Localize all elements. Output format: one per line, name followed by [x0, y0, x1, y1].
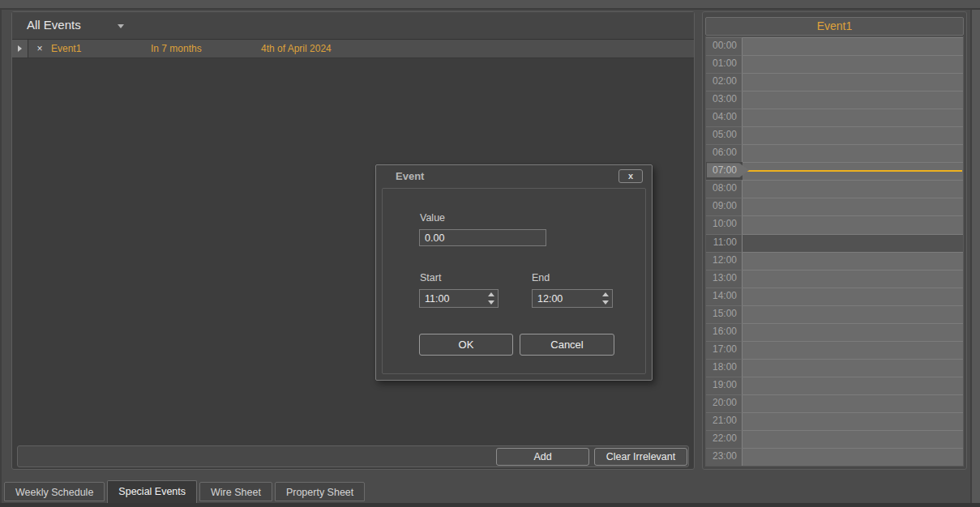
- schedule-row[interactable]: 05:00: [706, 126, 963, 144]
- tab-special-events[interactable]: Special Events: [107, 480, 197, 503]
- hour-cell[interactable]: [742, 430, 963, 448]
- schedule-row[interactable]: 20:00: [706, 394, 963, 412]
- window-bottom-bar: [0, 503, 980, 507]
- schedule-grid: 00:0001:0002:0003:0004:0005:0006:0007:00…: [705, 36, 964, 467]
- hour-label: 10:00: [706, 215, 742, 233]
- hour-cell[interactable]: [742, 91, 963, 109]
- schedule-row[interactable]: 02:00: [706, 73, 963, 91]
- end-time-input[interactable]: [532, 289, 613, 308]
- hour-cell[interactable]: [742, 288, 963, 305]
- spinner-down-icon[interactable]: [602, 300, 609, 305]
- hour-cell[interactable]: [742, 126, 963, 144]
- schedule-row[interactable]: 08:00: [706, 180, 963, 198]
- close-button[interactable]: x: [618, 169, 643, 183]
- schedule-row[interactable]: 00:00: [706, 37, 963, 55]
- start-time-input[interactable]: [419, 289, 499, 308]
- schedule-title-label: Event1: [817, 19, 853, 32]
- schedule-row[interactable]: 21:00: [706, 412, 963, 430]
- schedule-row[interactable]: 03:00: [706, 91, 963, 109]
- hour-cell[interactable]: [742, 180, 963, 198]
- hour-label: 12:00: [706, 252, 742, 270]
- start-label: Start: [420, 272, 441, 283]
- schedule-row[interactable]: 16:00: [706, 323, 963, 341]
- close-icon: x: [628, 171, 633, 181]
- hour-label: 20:00: [706, 394, 742, 412]
- scrollbar[interactable]: [970, 10, 980, 507]
- hour-cell[interactable]: [742, 305, 963, 323]
- hour-label: 21:00: [706, 412, 742, 430]
- event-name: Event1: [51, 40, 151, 58]
- spinner-up-icon[interactable]: [488, 292, 494, 296]
- cancel-button[interactable]: Cancel: [520, 334, 614, 356]
- hour-cell[interactable]: [742, 73, 963, 91]
- ok-button[interactable]: OK: [419, 334, 513, 356]
- value-label: Value: [420, 212, 445, 224]
- hour-cell[interactable]: [742, 341, 963, 359]
- event-list-footer: Add Clear Irrelevant: [17, 445, 689, 467]
- events-filter-dropdown[interactable]: All Events: [12, 12, 694, 40]
- start-time-field[interactable]: [420, 290, 485, 307]
- hour-cell[interactable]: [742, 234, 963, 252]
- hour-label: 01:00: [706, 55, 742, 73]
- clear-irrelevant-button[interactable]: Clear Irrelevant: [594, 448, 687, 466]
- spinner-down-icon[interactable]: [488, 300, 494, 305]
- spinner-up-icon[interactable]: [602, 292, 609, 296]
- hour-cell[interactable]: [742, 412, 963, 430]
- schedule-row[interactable]: 13:00: [706, 270, 963, 288]
- schedule-row[interactable]: 12:00: [706, 252, 963, 270]
- schedule-row[interactable]: 04:00: [706, 109, 963, 126]
- add-button[interactable]: Add: [496, 448, 589, 466]
- hour-label: 04:00: [706, 109, 742, 126]
- delete-icon[interactable]: ×: [28, 40, 51, 58]
- tab-wire-sheet[interactable]: Wire Sheet: [199, 482, 272, 501]
- end-time-spinner[interactable]: [599, 290, 612, 307]
- current-time-line: [743, 170, 962, 172]
- hour-cell[interactable]: [742, 359, 963, 377]
- hour-cell[interactable]: [742, 198, 963, 215]
- events-filter-label: All Events: [27, 18, 81, 32]
- schedule-row[interactable]: 19:00: [706, 377, 963, 394]
- hour-cell[interactable]: [742, 144, 963, 162]
- hour-label: 18:00: [706, 359, 742, 377]
- schedule-row[interactable]: 11:00: [706, 234, 963, 252]
- expand-button[interactable]: [12, 40, 28, 58]
- dialog-title: Event: [396, 170, 424, 182]
- end-time-field[interactable]: [533, 290, 599, 307]
- hour-cell[interactable]: [742, 37, 963, 55]
- hour-label: 23:00: [706, 448, 742, 466]
- view-tabbar: Weekly ScheduleSpecial EventsWire SheetP…: [0, 479, 980, 504]
- schedule-row[interactable]: 06:00: [706, 144, 963, 162]
- schedule-row[interactable]: 23:00: [706, 448, 963, 466]
- event-row[interactable]: ×Event1In 7 months4th of April 2024: [12, 40, 694, 58]
- schedule-row[interactable]: 01:00: [706, 55, 963, 73]
- tab-property-sheet[interactable]: Property Sheet: [275, 482, 365, 501]
- day-schedule-panel: Event1 00:0001:0002:0003:0004:0005:0006:…: [702, 11, 967, 470]
- hour-label: 09:00: [706, 198, 742, 215]
- hour-cell[interactable]: [742, 215, 963, 233]
- hour-label: 08:00: [706, 180, 742, 198]
- hour-cell[interactable]: [742, 109, 963, 126]
- event-dialog: Event x Value Start End OK Cancel: [375, 164, 653, 381]
- schedule-row[interactable]: 09:00: [706, 198, 963, 215]
- start-time-spinner[interactable]: [485, 290, 498, 307]
- schedule-row[interactable]: 10:00: [706, 215, 963, 233]
- hour-cell[interactable]: [742, 323, 963, 341]
- dialog-titlebar[interactable]: Event x: [376, 165, 652, 187]
- schedule-row[interactable]: 22:00: [706, 430, 963, 448]
- tab-weekly-schedule[interactable]: Weekly Schedule: [4, 482, 105, 501]
- value-input[interactable]: [419, 229, 546, 246]
- hour-label: 02:00: [706, 73, 742, 91]
- hour-cell[interactable]: [742, 55, 963, 73]
- schedule-row[interactable]: 14:00: [706, 288, 963, 305]
- end-label: End: [532, 272, 550, 283]
- hour-cell[interactable]: [742, 448, 963, 466]
- schedule-row[interactable]: 18:00: [706, 359, 963, 377]
- hour-cell[interactable]: [742, 270, 963, 288]
- hour-label: 15:00: [706, 305, 742, 323]
- schedule-row[interactable]: 17:00: [706, 341, 963, 359]
- schedule-row[interactable]: 15:00: [706, 305, 963, 323]
- hour-cell[interactable]: [742, 377, 963, 394]
- hour-label: 13:00: [706, 270, 742, 288]
- hour-cell[interactable]: [742, 252, 963, 270]
- hour-cell[interactable]: [742, 394, 963, 412]
